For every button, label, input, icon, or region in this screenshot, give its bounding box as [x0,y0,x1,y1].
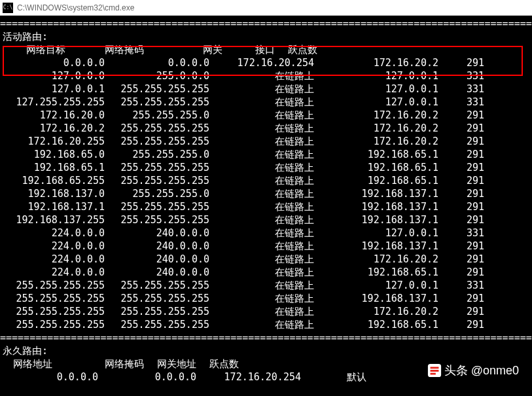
cell-addr: 0.0.0.0 [0,370,98,384]
cell-iface: 172.16.20.2 [314,109,438,122]
cell-iface: 192.168.65.1 [314,161,438,174]
cell-metric: 291 [438,161,484,174]
col-gateway-header: 网关 [203,43,222,56]
cell-metric: 331 [438,226,484,240]
cell-dest: 255.255.255.255 [0,318,105,331]
cell-mask: 255.255.255.255 [105,292,209,305]
cell-mask: 255.255.255.255 [105,318,209,331]
col-mask-header: 网络掩码 [105,43,144,56]
cell-gateway: 在链路上 [209,135,314,148]
cell-gateway: 在链路上 [209,187,314,200]
cell-mask: 255.255.255.255 [105,82,209,96]
cell-gateway: 172.16.20.254 [209,56,314,69]
cell-metric: 291 [438,109,484,122]
col-metric-header: 跃点数 [288,43,317,56]
terminal-output[interactable]: ========================================… [0,16,532,396]
cell-gateway: 在链路上 [209,253,314,266]
table-row: 255.255.255.255255.255.255.255在链路上192.16… [0,292,532,305]
table-row: 224.0.0.0240.0.0.0在链路上192.168.65.1291 [0,266,532,279]
cell-metric: 291 [438,122,484,135]
cell-mask: 0.0.0.0 [105,56,209,69]
cell-dest: 172.16.20.0 [0,109,105,122]
cell-iface: 192.168.137.1 [314,213,438,226]
cell-dest: 192.168.65.255 [0,174,105,187]
cell-metric: 331 [438,279,484,292]
table-row: 192.168.65.1255.255.255.255在链路上192.168.6… [0,161,532,174]
cell-metric: 291 [438,56,484,69]
table-row: 192.168.137.1255.255.255.255在链路上192.168.… [0,200,532,213]
cell-mask: 255.255.255.255 [105,279,209,292]
cell-metric: 291 [438,135,484,148]
cell-metric: 291 [438,213,484,226]
cell-iface: 172.16.20.2 [314,253,438,266]
cell-gw: 172.16.20.254 [196,370,301,384]
cell-iface: 127.0.0.1 [314,69,438,82]
col-dest-header: 网络目标 [26,43,65,56]
cell-metric: 291 [438,174,484,187]
window-title: C:\WINDOWS\system32\cmd.exe [17,3,134,12]
cell-mask: 255.255.255.0 [105,148,209,161]
cell-dest: 172.16.20.2 [0,122,105,135]
cell-dest: 255.255.255.255 [0,305,105,318]
cell-metric: 331 [438,82,484,96]
svg-rect-2 [430,370,438,372]
table-row: 192.168.65.0255.255.255.0在链路上192.168.65.… [0,148,532,161]
cell-iface: 192.168.137.1 [314,240,438,253]
cell-metric: 291 [438,253,484,266]
cell-dest: 0.0.0.0 [0,56,105,69]
cell-mask: 255.0.0.0 [105,69,209,82]
cell-iface: 172.16.20.2 [314,122,438,135]
cell-dest: 255.255.255.255 [0,279,105,292]
table-row: 172.16.20.255255.255.255.255在链路上172.16.2… [0,135,532,148]
table-row: 224.0.0.0240.0.0.0在链路上127.0.0.1331 [0,226,532,240]
active-headers-row: 网络目标 网络掩码 网关 接口 跃点数 [0,43,532,56]
cell-dest: 224.0.0.0 [0,240,105,253]
cell-iface: 192.168.65.1 [314,266,438,279]
table-row: 192.168.137.0255.255.255.0在链路上192.168.13… [0,187,532,200]
table-row: 127.255.255.255255.255.255.255在链路上127.0.… [0,96,532,109]
table-row: 255.255.255.255255.255.255.255在链路上192.16… [0,318,532,331]
table-row: 127.0.0.1255.255.255.255在链路上127.0.0.1331 [0,82,532,96]
active-routes-label: 活动路由: [0,30,532,43]
cell-gateway: 在链路上 [209,96,314,109]
separator-line: ========================================… [0,331,532,344]
cell-metric: 291 [438,200,484,213]
table-row: 192.168.137.255255.255.255.255在链路上192.16… [0,213,532,226]
cell-metric: 291 [438,266,484,279]
cell-dest: 192.168.137.1 [0,200,105,213]
cell-mask: 240.0.0.0 [105,240,209,253]
cell-gateway: 在链路上 [209,69,314,82]
cell-metric: 291 [438,292,484,305]
table-row: 224.0.0.0240.0.0.0在链路上172.16.20.2291 [0,253,532,266]
perm-mask-header: 网络掩码 [105,357,144,370]
cell-iface: 127.0.0.1 [314,279,438,292]
cmd-icon: C:\ [3,3,13,13]
cell-mask: 255.255.255.255 [105,96,209,109]
table-row: 255.255.255.255255.255.255.255在链路上127.0.… [0,279,532,292]
cell-iface: 192.168.137.1 [314,292,438,305]
cell-iface: 192.168.65.1 [314,318,438,331]
cell-gateway: 在链路上 [209,161,314,174]
cell-gateway: 在链路上 [209,318,314,331]
table-row: 0.0.0.00.0.0.0172.16.20.254172.16.20.229… [0,56,532,69]
cell-dest: 192.168.65.0 [0,148,105,161]
cell-gateway: 在链路上 [209,148,314,161]
cell-metric: 291 [438,318,484,331]
cell-dest: 192.168.137.0 [0,187,105,200]
perm-gw-header: 网关地址 [157,357,196,370]
cell-mask: 240.0.0.0 [105,266,209,279]
watermark: 头条 @onme0 [427,363,519,378]
cell-mask: 255.255.255.255 [105,305,209,318]
active-routes-table: 网络目标 网络掩码 网关 接口 跃点数 0.0.0.00.0.0.0172.16… [0,43,532,331]
cell-metric: 291 [438,240,484,253]
cell-mask: 0.0.0.0 [98,370,196,384]
cell-iface: 127.0.0.1 [314,226,438,240]
perm-addr-header: 网络地址 [13,357,52,370]
cell-mask: 240.0.0.0 [105,226,209,240]
cell-gateway: 在链路上 [209,240,314,253]
svg-rect-1 [430,367,438,369]
col-iface-header: 接口 [255,43,275,56]
table-row: 224.0.0.0240.0.0.0在链路上192.168.137.1291 [0,240,532,253]
cell-dest: 224.0.0.0 [0,226,105,240]
cell-metric: 291 [438,187,484,200]
